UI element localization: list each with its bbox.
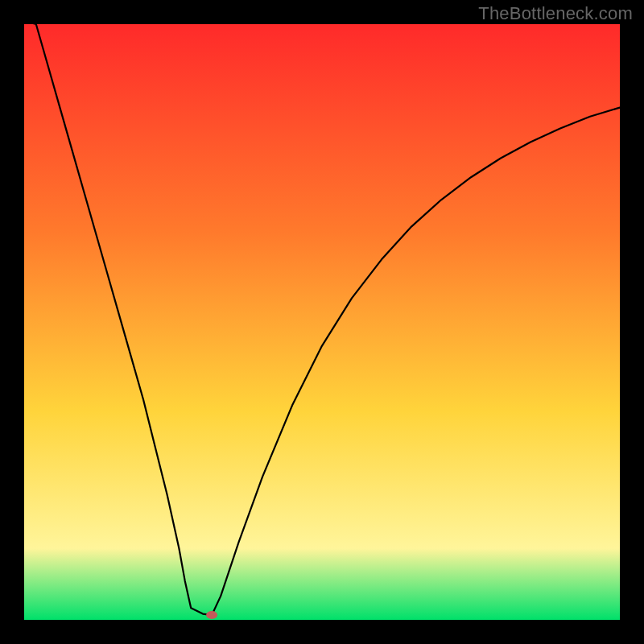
chart-frame: { "watermark": "TheBottleneck.com", "col… bbox=[0, 0, 644, 644]
plot-background bbox=[24, 24, 620, 620]
bottleneck-chart bbox=[0, 0, 644, 644]
optimum-marker bbox=[206, 611, 217, 619]
